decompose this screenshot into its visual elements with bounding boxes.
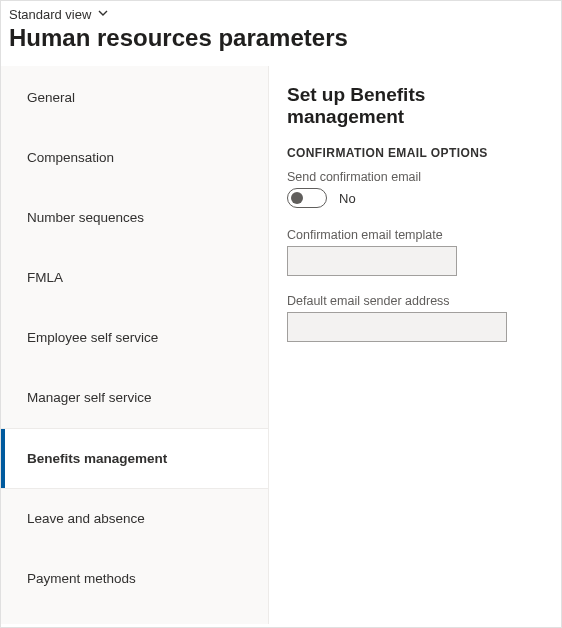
sidebar-item-manager-self-service[interactable]: Manager self service	[1, 368, 268, 428]
confirmation-template-field: Confirmation email template	[287, 228, 543, 276]
sidebar-item-label: Leave and absence	[27, 511, 145, 526]
sidebar-item-label: FMLA	[27, 270, 63, 285]
page-title: Human resources parameters	[1, 22, 561, 66]
sidebar-item-label: Compensation	[27, 150, 114, 165]
sidebar-item-label: Employee self service	[27, 330, 158, 345]
confirmation-template-label: Confirmation email template	[287, 228, 543, 242]
settings-sidebar: General Compensation Number sequences FM…	[1, 66, 269, 624]
send-confirmation-toggle[interactable]	[287, 188, 327, 208]
sidebar-item-label: General	[27, 90, 75, 105]
sidebar-item-general[interactable]: General	[1, 68, 268, 128]
sidebar-item-fmla[interactable]: FMLA	[1, 248, 268, 308]
panel-title: Set up Benefits management	[287, 84, 543, 128]
sidebar-item-label: Payment methods	[27, 571, 136, 586]
sidebar-item-employee-self-service[interactable]: Employee self service	[1, 308, 268, 368]
send-confirmation-value: No	[339, 191, 356, 206]
sidebar-item-payment-methods[interactable]: Payment methods	[1, 549, 268, 609]
send-confirmation-field: Send confirmation email No	[287, 170, 543, 208]
send-confirmation-label: Send confirmation email	[287, 170, 543, 184]
section-label: CONFIRMATION EMAIL OPTIONS	[287, 146, 543, 160]
confirmation-template-input[interactable]	[287, 246, 457, 276]
view-selector[interactable]: Standard view	[1, 1, 561, 22]
view-label: Standard view	[9, 7, 91, 22]
sidebar-item-benefits-management[interactable]: Benefits management	[1, 428, 268, 489]
main-panel: Set up Benefits management CONFIRMATION …	[269, 66, 561, 624]
chevron-down-icon	[97, 7, 109, 22]
sidebar-item-compensation[interactable]: Compensation	[1, 128, 268, 188]
sidebar-item-number-sequences[interactable]: Number sequences	[1, 188, 268, 248]
toggle-knob	[291, 192, 303, 204]
default-sender-label: Default email sender address	[287, 294, 543, 308]
default-sender-field: Default email sender address	[287, 294, 543, 342]
sidebar-item-label: Manager self service	[27, 390, 152, 405]
content-area: General Compensation Number sequences FM…	[1, 66, 561, 624]
sidebar-item-label: Number sequences	[27, 210, 144, 225]
default-sender-input[interactable]	[287, 312, 507, 342]
sidebar-item-leave-and-absence[interactable]: Leave and absence	[1, 489, 268, 549]
sidebar-item-label: Benefits management	[27, 451, 167, 466]
